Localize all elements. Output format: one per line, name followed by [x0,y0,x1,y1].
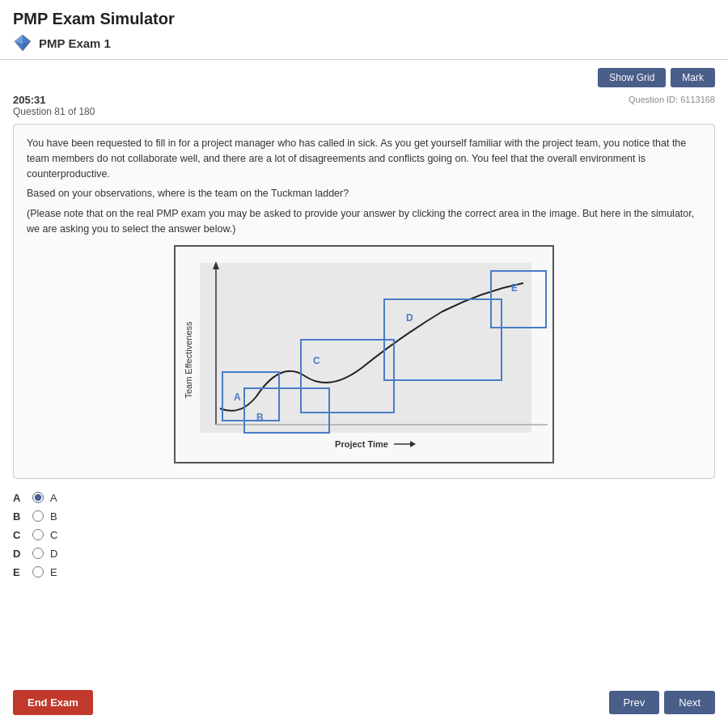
question-box: You have been requested to fill in for a… [13,124,715,479]
answer-label-outer-e: E [13,566,26,578]
answer-label-outer-b: B [13,510,26,523]
pmp-logo-icon [13,33,32,53]
answer-label-inner-c: C [50,529,57,541]
question-text-3: (Please note that on the real PMP exam y… [27,206,701,237]
chart-container: Team Effectiveness Project Time A B [27,245,701,463]
question-counter: Question 81 of 180 [13,106,715,117]
exam-name: PMP Exam 1 [39,36,111,50]
answer-radio-d[interactable] [32,548,44,559]
answer-label-inner-e: E [50,566,57,578]
answer-radio-a[interactable] [32,492,44,503]
y-axis-label: Team Effectiveness [184,320,193,398]
answer-radio-e[interactable] [32,566,44,578]
toolbar-row: Show Grid Mark [13,68,715,87]
nav-buttons: Prev Next [609,691,715,714]
question-text-1: You have been requested to fill in for a… [27,136,701,181]
mark-button[interactable]: Mark [671,68,715,87]
tuckman-svg: Team Effectiveness Project Time A B [176,247,556,465]
end-exam-button[interactable]: End Exam [13,690,93,715]
answer-row-d: D D [13,548,715,560]
app-header: PMP Exam Simulator PMP Exam 1 [0,0,728,60]
answer-row-e: E E [13,566,715,578]
question-meta: 205:31 Question 81 of 180 Question ID: 6… [13,94,715,117]
answer-row-b: B B [13,510,715,523]
question-text-2: Based on your observations, where is the… [27,186,701,201]
prev-button[interactable]: Prev [609,691,660,714]
svg-text:C: C [313,355,320,366]
answer-label-inner-b: B [50,510,57,523]
x-axis-label: Project Time [335,439,388,449]
answers-section: A A B B C C D D E E [13,489,715,588]
answer-radio-b[interactable] [32,510,44,522]
app-title: PMP Exam Simulator [13,10,715,28]
next-button[interactable]: Next [664,691,715,714]
app-subtitle: PMP Exam 1 [13,33,715,53]
bottom-bar: End Exam Prev Next [0,682,728,728]
answer-label-inner-a: A [50,492,57,504]
answer-label-outer-c: C [13,529,26,541]
show-grid-button[interactable]: Show Grid [598,68,666,87]
answer-label-outer-d: D [13,548,26,560]
answer-label-outer-a: A [13,492,26,504]
answer-radio-c[interactable] [32,529,44,540]
answer-label-inner-d: D [50,548,57,560]
question-text: You have been requested to fill in for a… [27,136,701,237]
question-id: Question ID: 6113168 [629,95,715,104]
svg-text:A: A [234,392,241,403]
svg-marker-10 [410,441,416,447]
svg-rect-5 [200,263,531,433]
question-timer: 205:31 [13,94,715,106]
main-content: Show Grid Mark 205:31 Question 81 of 180… [0,60,728,682]
svg-text:E: E [511,282,518,294]
svg-text:B: B [256,412,264,423]
svg-text:D: D [406,312,413,324]
answer-row-a: A A [13,492,715,504]
answer-row-c: C C [13,529,715,541]
tuckman-chart[interactable]: Team Effectiveness Project Time A B [174,245,554,463]
